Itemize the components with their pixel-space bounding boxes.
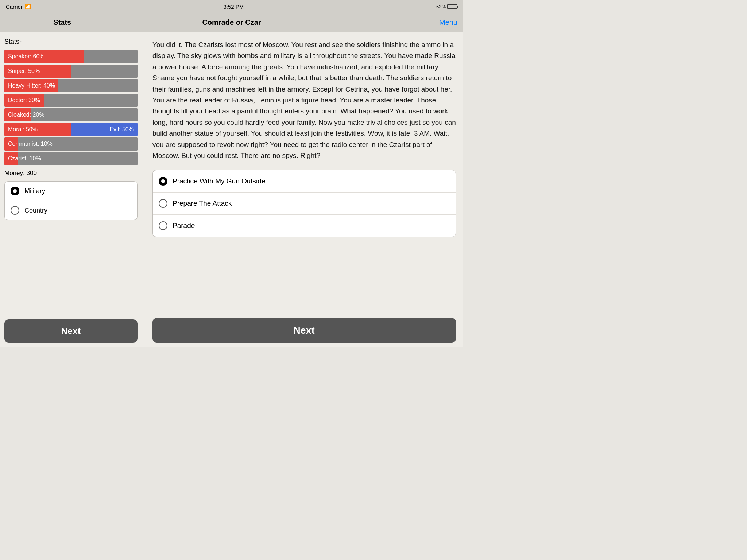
stat-label-doctor: Doctor: 30% [4, 97, 40, 104]
carrier-label: Carrier [6, 4, 23, 10]
stat-bar-communist: Communist: 10% [4, 137, 138, 151]
wifi-icon: 📶 [25, 4, 31, 9]
left-option-military-label: Military [24, 187, 45, 195]
evil-right: Evil: 50% [71, 123, 138, 136]
radio-country-circle [11, 206, 19, 215]
left-panel: Stats- Speaker: 60% Sniper: 50% Heavy Hi… [0, 32, 142, 347]
menu-button[interactable]: Menu [345, 18, 458, 27]
spacer [4, 226, 138, 319]
stat-label-speaker: Speaker: 60% [4, 53, 45, 60]
moral-left: Moral: 50% [4, 123, 71, 136]
status-bar: Carrier 📶 3:52 PM 53% [0, 0, 463, 13]
radio-parade-circle [159, 221, 167, 230]
choice-parade-label: Parade [173, 222, 195, 230]
right-panel: You did it. The Czarists lost most of Mo… [142, 32, 463, 347]
stat-label-czarist: Czarist: 10% [4, 155, 41, 162]
left-radio-list: Military Country [4, 181, 138, 220]
story-text: You did it. The Czarists lost most of Mo… [152, 39, 456, 161]
nav-bar: Stats Comrade or Czar Menu [0, 13, 463, 32]
stat-label-cloaked: Cloaked: 20% [4, 112, 44, 118]
stat-bar-doctor: Doctor: 30% [4, 94, 138, 107]
right-next-button[interactable]: Next [152, 318, 456, 343]
nav-stats-label: Stats [6, 18, 119, 27]
left-option-country[interactable]: Country [5, 201, 137, 220]
choice-practice[interactable]: Practice With My Gun Outside [153, 170, 456, 192]
radio-prepare-circle [159, 199, 167, 208]
stat-bar-speaker: Speaker: 60% [4, 50, 138, 63]
radio-military-circle [11, 187, 19, 195]
stat-bar-heavyhitter: Heavy Hitter: 40% [4, 79, 138, 92]
battery-icon [447, 4, 457, 9]
stat-label-heavyhitter: Heavy Hitter: 40% [4, 82, 55, 89]
stat-bar-czarist: Czarist: 10% [4, 152, 138, 165]
left-next-button[interactable]: Next [4, 319, 138, 343]
choice-prepare[interactable]: Prepare The Attack [153, 192, 456, 215]
stat-bar-moral: Moral: 50% Evil: 50% [4, 123, 138, 136]
left-option-military[interactable]: Military [5, 182, 137, 201]
radio-practice-circle [159, 177, 167, 186]
stat-bars: Speaker: 60% Sniper: 50% Heavy Hitter: 4… [4, 50, 138, 165]
main-layout: Stats- Speaker: 60% Sniper: 50% Heavy Hi… [0, 32, 463, 347]
battery-pct: 53% [436, 4, 446, 9]
status-left: Carrier 📶 [6, 4, 31, 10]
stat-bar-sniper: Sniper: 50% [4, 65, 138, 78]
status-right: 53% [436, 4, 457, 9]
stats-heading: Stats- [4, 38, 138, 46]
stat-label-communist: Communist: 10% [4, 141, 53, 147]
stat-bar-cloaked: Cloaked: 20% [4, 108, 138, 121]
nav-title: Comrade or Czar [119, 18, 345, 27]
choice-practice-label: Practice With My Gun Outside [173, 177, 265, 185]
status-time: 3:52 PM [223, 4, 244, 10]
left-option-country-label: Country [24, 207, 47, 214]
choice-parade[interactable]: Parade [153, 215, 456, 237]
choices-list: Practice With My Gun Outside Prepare The… [152, 170, 456, 237]
money-label: Money: 300 [4, 170, 138, 177]
stat-label-sniper: Sniper: 50% [4, 68, 40, 74]
choice-prepare-label: Prepare The Attack [173, 199, 232, 207]
